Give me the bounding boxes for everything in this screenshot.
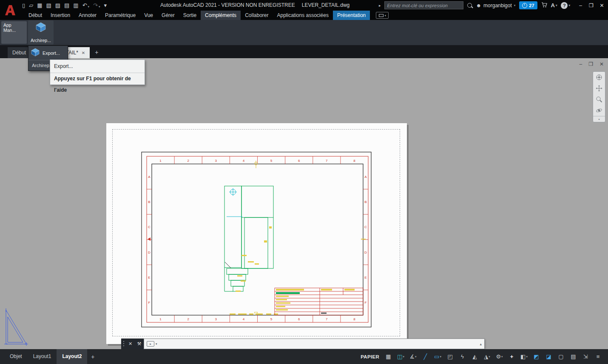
window-close-button[interactable]: ✕	[597, 0, 607, 11]
snap-mode-icon-caret[interactable]: ▾	[403, 355, 404, 358]
ribbon-tab-applications-associ-es[interactable]: Applications associées	[273, 11, 332, 20]
ribbon-panel-app-manager[interactable]: App Man...	[1, 21, 27, 44]
layer-properties-icon[interactable]: ▥	[73, 3, 78, 8]
trial-badge[interactable]: 27	[519, 1, 537, 9]
doc-minimize-button[interactable]: –	[579, 61, 582, 67]
help-menu[interactable]: ? ▾	[561, 2, 570, 9]
redo-icon[interactable]: ↷▾	[93, 3, 100, 8]
archirep-button[interactable]: Archirep...	[28, 20, 54, 45]
layout-tab-objet[interactable]: Objet	[4, 349, 28, 364]
annotation-scale-icon-caret[interactable]: ▾	[489, 355, 490, 358]
fullscreen-icon[interactable]: ⇲	[580, 352, 591, 362]
object-snap-icon-caret[interactable]: ▾	[440, 355, 441, 358]
command-input[interactable]	[157, 341, 480, 347]
annotation-monitor-icon[interactable]: +	[506, 352, 517, 362]
open-file-icon[interactable]: ▱	[29, 3, 33, 8]
zone-label: 3	[215, 317, 217, 321]
customization-menu-icon[interactable]: ≡	[592, 352, 604, 362]
zone-label: 5	[270, 159, 273, 163]
annotation-visibility-icon[interactable]: ϟ	[457, 352, 468, 362]
polar-tracking-icon-caret[interactable]: ▾	[415, 355, 417, 358]
plot-status-icon[interactable]: ▤	[568, 352, 579, 362]
snap-mode-icon[interactable]: ◫▾	[395, 352, 406, 362]
zone-label: 1	[159, 317, 162, 321]
quick-properties-icon-caret[interactable]: ▾	[526, 355, 528, 358]
archirep-cube-icon	[35, 22, 46, 34]
part-geometry	[224, 186, 273, 291]
grid-display-icon[interactable]: ▦	[383, 352, 394, 362]
new-tab-button[interactable]: +	[95, 47, 98, 58]
doc-close-button[interactable]: ✕	[599, 61, 604, 67]
doc-restore-button[interactable]: ❐	[588, 61, 593, 67]
search-input[interactable]	[385, 3, 463, 8]
space-toggle-label[interactable]: PAPIER	[361, 354, 379, 359]
ribbon-tab-g-rer[interactable]: Gérer	[157, 11, 179, 20]
drawing-canvas[interactable]: –❐✕ ▾	[0, 58, 608, 349]
flyout-export-item[interactable]: Export...	[28, 46, 68, 60]
workspace-switch-icon-caret[interactable]: ▾	[501, 355, 503, 358]
navigation-wheel-icon[interactable]	[593, 72, 605, 83]
ribbon-tab-annoter[interactable]: Annoter	[74, 11, 101, 20]
ribbon-tab-sortie[interactable]: Sortie	[179, 11, 201, 20]
search-icon[interactable]	[467, 3, 472, 8]
command-scroll-up-icon[interactable]: ▴	[480, 342, 482, 346]
autocad-logo-icon[interactable]	[0, 0, 20, 20]
polar-tracking-icon[interactable]: ∡▾	[407, 352, 419, 362]
new-layout-button[interactable]: +	[87, 353, 98, 360]
new-file-icon[interactable]: ▯	[22, 3, 25, 8]
command-close-icon[interactable]: ✕	[126, 339, 135, 349]
zone-label: 6	[298, 317, 300, 321]
snap-tracking-icon[interactable]: ◰	[444, 352, 456, 362]
annotation-autoscale-icon[interactable]: ◭	[469, 352, 480, 362]
center-marks	[254, 161, 366, 315]
navbar-menu-icon[interactable]: ▾	[593, 116, 605, 122]
window-maximize-button[interactable]: ❐	[586, 0, 597, 11]
ribbon-tab-compl-ments[interactable]: Compléments	[201, 11, 241, 20]
autodesk-apps-icon[interactable]: A ▾	[551, 2, 557, 8]
plot-icon[interactable]: ▨	[55, 3, 60, 8]
window-minimize-button[interactable]: –	[575, 0, 586, 11]
zone-label: A	[364, 175, 367, 179]
command-grip[interactable]	[121, 339, 126, 349]
pan-icon[interactable]	[593, 83, 605, 94]
isolate-objects-icon[interactable]: ◩	[531, 352, 542, 362]
undo-icon-caret[interactable]: ▾	[88, 5, 90, 8]
command-line-handle[interactable]: ✕ ⚒	[121, 339, 144, 349]
ribbon-tab-insertion[interactable]: Insertion	[46, 11, 74, 20]
save-icon[interactable]: ▦	[37, 3, 42, 8]
ribbon-tab-vue[interactable]: Vue	[140, 11, 157, 20]
orbit-icon[interactable]	[593, 105, 605, 116]
save-as-icon[interactable]: ▧	[46, 3, 51, 8]
layout-paper[interactable]: 1122334455667788AABBCCDDEEFF	[106, 123, 407, 344]
quick-properties-icon[interactable]: ◧▾	[518, 352, 530, 362]
export-tooltip: Export... Appuyez sur F1 pour obtenir de…	[50, 59, 145, 85]
ribbon-tab-d-but[interactable]: Début	[24, 11, 46, 20]
display-monitor-icon[interactable]: ▢	[555, 352, 567, 362]
ortho-mode-icon[interactable]: ╱	[420, 352, 431, 362]
user-menu[interactable]: ☻ morganbigot ▾	[476, 3, 515, 8]
ribbon-tab-param-trique[interactable]: Paramétrique	[101, 11, 140, 20]
command-customize-icon[interactable]: ⚒	[135, 339, 144, 349]
zoom-icon[interactable]	[593, 94, 605, 105]
file-tab-close-icon[interactable]: ✕	[82, 51, 85, 55]
workspace-switch-icon[interactable]: ⚙▾	[494, 352, 505, 362]
graphics-performance-icon[interactable]: ◪	[543, 352, 554, 362]
command-input-area: ▸ ▾ ▴	[144, 339, 485, 349]
layout-tab-layout1[interactable]: Layout1	[28, 349, 57, 364]
cart-icon[interactable]	[541, 2, 547, 9]
batch-plot-icon[interactable]: ▤	[64, 3, 69, 8]
username: morganbigot	[483, 3, 512, 8]
zone-label: F	[365, 301, 367, 305]
redo-icon-caret[interactable]: ▾	[99, 5, 100, 8]
object-snap-icon[interactable]: ▭▾	[432, 352, 443, 362]
command-recent-icon[interactable]: ▸	[147, 341, 154, 347]
ribbon-tab-pr-sentation[interactable]: Présentation	[333, 11, 370, 20]
annotation-scale-icon[interactable]: ◮▾	[481, 352, 493, 362]
undo-icon[interactable]: ↶▾	[82, 3, 89, 8]
qat-customize-icon[interactable]: ▾	[104, 3, 107, 8]
expand-icon[interactable]: ▸	[379, 3, 381, 8]
layout-tab-layout2[interactable]: Layout2	[57, 349, 87, 364]
ribbon-display-toggle-icon[interactable]: ▾	[376, 12, 389, 19]
ribbon-tab-collaborer[interactable]: Collaborer	[241, 11, 273, 20]
tooltip-help-hint: Appuyez sur F1 pour obtenir de l'aide	[50, 73, 145, 85]
